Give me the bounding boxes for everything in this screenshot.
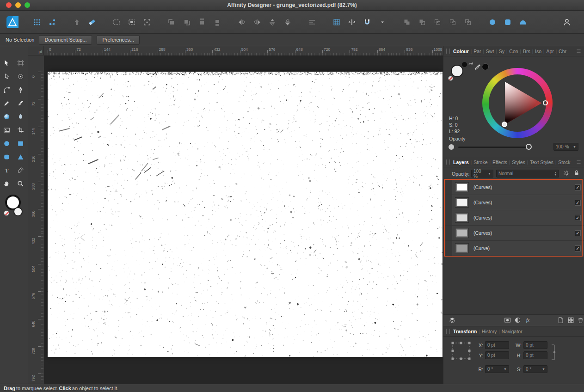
mask-icon[interactable]: [504, 316, 512, 325]
order-4-icon[interactable]: [211, 17, 223, 28]
tab-transform[interactable]: Transform: [453, 329, 477, 334]
marquee-3-icon[interactable]: [141, 17, 153, 28]
layer-visibility-checkbox[interactable]: ✓: [575, 245, 581, 251]
document-page[interactable]: [48, 72, 443, 357]
colour-picker-icon[interactable]: [474, 64, 481, 71]
layer-visibility-checkbox[interactable]: ✓: [575, 230, 581, 236]
move-tool-icon[interactable]: [1, 58, 12, 69]
ellipse-tool-icon[interactable]: [1, 138, 12, 149]
align-icon[interactable]: [306, 17, 318, 28]
bool-divide-icon[interactable]: [462, 17, 474, 28]
divider-toggle-icon[interactable]: [346, 17, 358, 28]
flip-down-icon[interactable]: [282, 17, 294, 28]
preferences-button[interactable]: Preferences...: [97, 35, 139, 45]
point-transform-tool-icon[interactable]: [15, 71, 26, 82]
layer-list-empty-area[interactable]: [443, 257, 584, 314]
node-network-icon[interactable]: [46, 17, 58, 28]
tab-chr[interactable]: Chr: [559, 49, 566, 54]
rounded-rectangle-tool-icon[interactable]: [1, 152, 12, 163]
tab-stroke[interactable]: Stroke: [473, 159, 487, 165]
opacity-slider-thumb[interactable]: [526, 144, 532, 150]
tab-brs[interactable]: Brs: [523, 49, 530, 54]
transform-field-h[interactable]: 0 pt: [523, 351, 547, 359]
tab-apr[interactable]: Apr: [546, 49, 553, 54]
transform-field-s[interactable]: 0 °▼: [523, 365, 547, 373]
magnet-icon[interactable]: [361, 17, 373, 28]
transparency-tool-icon[interactable]: [15, 111, 26, 122]
gear-icon[interactable]: [563, 170, 570, 177]
bool-subtract-icon[interactable]: [416, 17, 428, 28]
document-setup-button[interactable]: Document Setup...: [39, 35, 92, 45]
flip-up-icon[interactable]: [266, 17, 278, 28]
artboard-tool-icon[interactable]: [15, 58, 26, 69]
dropdown-arrow-icon[interactable]: [376, 17, 388, 28]
panel-grip[interactable]: [446, 159, 450, 165]
panel-grip[interactable]: [446, 49, 450, 54]
saturation-lightness-marker[interactable]: [502, 122, 507, 127]
place-image-tool-icon[interactable]: [1, 125, 12, 136]
grid-toggle-icon[interactable]: [331, 17, 343, 28]
rectangle-tool-icon[interactable]: [15, 138, 26, 149]
transform-field-w[interactable]: 0 pt: [523, 341, 547, 349]
layer-row[interactable]: (Curves)✓: [443, 195, 584, 210]
tab-sy[interactable]: Sy: [499, 49, 504, 54]
layer-row[interactable]: (Curves)✓: [443, 210, 584, 226]
tab-par[interactable]: Par: [473, 49, 481, 54]
tab-history[interactable]: History: [482, 329, 497, 334]
pen-tool-icon[interactable]: [15, 85, 26, 96]
layers-stack-icon[interactable]: [448, 316, 456, 325]
layer-opacity-dropdown[interactable]: 100 % ▼: [471, 170, 493, 178]
arrow-up-icon[interactable]: [71, 17, 83, 28]
vector-brush-tool-icon[interactable]: [15, 98, 26, 109]
tab-con[interactable]: Con: [509, 49, 518, 54]
tab-effects[interactable]: Effects: [492, 159, 507, 165]
hue-wheel[interactable]: [482, 68, 553, 138]
tab-layers[interactable]: Layers: [453, 159, 469, 165]
opacity-slider-track[interactable]: [458, 147, 529, 148]
blend-mode-dropdown[interactable]: Normal ▲▼: [496, 170, 559, 178]
style-picker-tool-icon[interactable]: [15, 165, 26, 176]
link-width-height-icon[interactable]: [551, 343, 556, 361]
transform-field-r[interactable]: 0 °▼: [485, 365, 509, 373]
vector-crop-tool-icon[interactable]: [15, 125, 26, 136]
text-tool-icon[interactable]: T: [1, 165, 12, 176]
order-2-icon[interactable]: [181, 17, 193, 28]
tab-text-styles[interactable]: Text Styles: [530, 159, 553, 165]
bubble-2-icon[interactable]: [502, 17, 514, 28]
panel-menu-icon[interactable]: [576, 48, 582, 54]
swap-colours-icon[interactable]: [467, 62, 474, 68]
view-tool-icon[interactable]: [1, 178, 12, 190]
stroke-swatch[interactable]: [13, 207, 23, 216]
layer-visibility-checkbox[interactable]: ✓: [575, 200, 581, 206]
lock-icon[interactable]: [573, 170, 580, 176]
canvas-viewport[interactable]: [44, 55, 443, 384]
transform-field-y[interactable]: 0 pt: [485, 351, 509, 359]
panel-grip[interactable]: [446, 329, 450, 334]
order-3-icon[interactable]: [196, 17, 208, 28]
new-layer-icon[interactable]: [557, 316, 565, 325]
layer-row[interactable]: (Curve)✓: [443, 241, 584, 256]
flip-left-icon[interactable]: [236, 17, 248, 28]
layer-visibility-checkbox[interactable]: ✓: [575, 215, 581, 221]
bool-intersect-icon[interactable]: [431, 17, 443, 28]
no-fill-indicator[interactable]: [448, 76, 453, 81]
bubble-1-icon[interactable]: [486, 17, 498, 28]
bool-xor-icon[interactable]: [447, 17, 459, 28]
tab-colour[interactable]: Colour: [453, 49, 469, 54]
grid-dots-icon[interactable]: [31, 17, 43, 28]
horizontal-ruler[interactable]: 0721442162883604325045766487207928649361…: [44, 46, 443, 56]
tab-navigator[interactable]: Navigator: [502, 329, 523, 334]
person-icon[interactable]: [561, 17, 573, 28]
no-fill-swatch[interactable]: [4, 210, 9, 216]
layer-visibility-checkbox[interactable]: ✓: [575, 184, 581, 190]
vertical-ruler[interactable]: 072144216288360432504576648720792: [28, 55, 44, 384]
tab-stock[interactable]: Stock: [558, 159, 570, 165]
bubble-3-icon[interactable]: [517, 17, 529, 28]
group-layers-icon[interactable]: [567, 316, 575, 325]
order-1-icon[interactable]: [166, 17, 178, 28]
fx-icon[interactable]: fx: [524, 316, 532, 325]
triangle-tool-icon[interactable]: [15, 152, 26, 163]
node-tool-icon[interactable]: [1, 71, 12, 82]
bool-add-icon[interactable]: [401, 17, 413, 28]
hue-marker[interactable]: [543, 100, 548, 105]
